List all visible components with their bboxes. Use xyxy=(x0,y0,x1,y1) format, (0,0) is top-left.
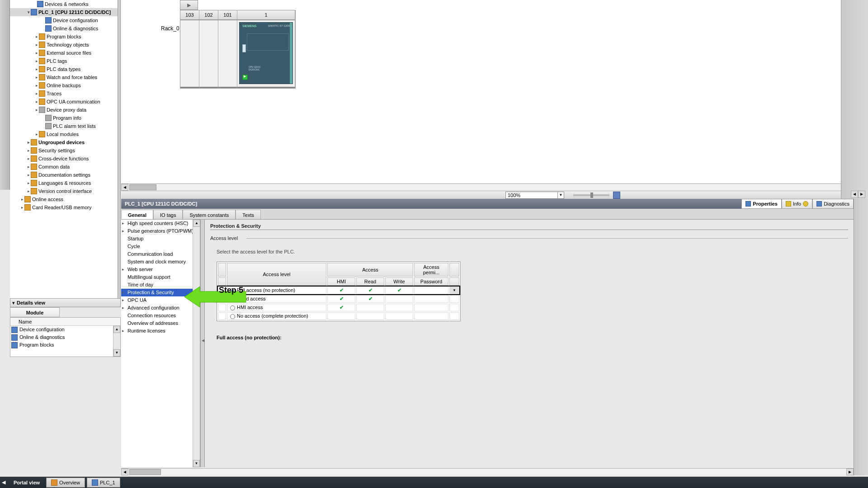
prop-nav-item[interactable]: Cycle xyxy=(121,243,200,250)
prop-nav-item[interactable]: Multilingual support xyxy=(121,273,200,281)
tree-item[interactable]: ▸Online access xyxy=(10,195,120,203)
prop-nav-item[interactable]: System and clock memory xyxy=(121,258,200,266)
radio-button[interactable] xyxy=(230,305,235,310)
rack-slot[interactable]: SIEMENS SIMATIC S7-1200 CPU 1211CDC/DC/D… xyxy=(237,20,295,88)
right-collapsed-panel-bottom[interactable] xyxy=(854,199,868,475)
tree-item[interactable]: Online & diagnostics xyxy=(10,24,120,33)
tree-item[interactable]: ▸Documentation settings xyxy=(10,171,120,179)
access-level-row[interactable]: Full access (no protection)✔✔✔▼ xyxy=(218,286,459,294)
rack-slot[interactable] xyxy=(180,20,199,88)
left-collapsed-tab[interactable] xyxy=(0,0,10,190)
prop-nav-item[interactable]: Web server xyxy=(121,266,200,273)
overview-tab[interactable]: Overview xyxy=(46,478,85,488)
prop-nav-item[interactable]: Protection & Security xyxy=(121,289,200,296)
dropdown-icon[interactable]: ▼ xyxy=(557,192,564,198)
tree-item[interactable]: ▸External source files xyxy=(10,49,120,57)
right-collapsed-panel-top[interactable] xyxy=(841,0,868,199)
prop-nav-item[interactable]: Communication load xyxy=(121,250,200,258)
scroll-up-icon[interactable]: ▲ xyxy=(193,220,200,227)
zoom-fit-icon[interactable] xyxy=(613,192,620,199)
tree-item[interactable]: ▸PLC data types xyxy=(10,65,120,73)
tree-item[interactable]: ▸Security settings xyxy=(10,146,120,155)
subtab-texts[interactable]: Texts xyxy=(236,210,261,219)
scroll-left-icon[interactable]: ◀ xyxy=(121,184,128,191)
rack-slot[interactable] xyxy=(218,20,237,88)
tree-item[interactable]: ▸Technology objects xyxy=(10,41,120,49)
rack-slot[interactable] xyxy=(199,20,218,88)
details-row[interactable]: Device configuration xyxy=(10,326,120,333)
plc-module[interactable]: SIEMENS SIMATIC S7-1200 CPU 1211CDC/DC/D… xyxy=(239,22,293,84)
properties-nav-scrollbar[interactable]: ▲ ▼ xyxy=(193,220,200,467)
scroll-left-icon[interactable]: ◀ xyxy=(851,191,858,198)
properties-nav-collapse[interactable]: ◀ xyxy=(200,220,205,467)
tree-item[interactable]: ▸Watch and force tables xyxy=(10,73,120,81)
tree-item[interactable]: ▸OPC UA communication xyxy=(10,98,120,106)
tree-item[interactable]: ▸Device proxy data xyxy=(10,106,120,114)
tree-item[interactable]: Devices & networks xyxy=(10,0,120,8)
scroll-right-icon[interactable]: ▶ xyxy=(858,191,865,198)
slider-handle[interactable] xyxy=(590,192,593,198)
tree-item[interactable]: ▸Cross-device functions xyxy=(10,155,120,163)
access-level-row[interactable]: Read access✔✔ xyxy=(218,295,459,303)
access-level-row[interactable]: HMI access✔ xyxy=(218,304,459,311)
prop-nav-item[interactable]: Connection resources xyxy=(121,312,200,319)
radio-button[interactable] xyxy=(230,314,235,319)
device-view-canvas[interactable]: ▶ 1031021011 SIEMENS SIMATIC S7-1200 CPU… xyxy=(121,0,868,199)
details-scrollbar[interactable]: ▲ ▼ xyxy=(113,326,120,357)
tree-item[interactable]: ▸Common data xyxy=(10,163,120,171)
subtab-io-tags[interactable]: IO tags xyxy=(153,210,183,219)
details-view-header[interactable]: ▾ Details view xyxy=(10,298,121,307)
details-row[interactable]: Online & diagnostics xyxy=(10,333,120,341)
tree-resize-handle[interactable] xyxy=(118,0,121,298)
zoom-slider[interactable] xyxy=(573,194,609,196)
prop-nav-item[interactable]: Pulse generators (PTO/PWM) xyxy=(121,227,200,235)
details-row[interactable]: Program blocks xyxy=(10,341,120,349)
plc-editor-tab[interactable]: PLC_1 xyxy=(87,478,120,488)
tree-item[interactable]: PLC alarm text lists xyxy=(10,122,120,130)
tree-item[interactable]: ▸Online backups xyxy=(10,81,120,89)
subtab-system-constants[interactable]: System constants xyxy=(183,210,236,219)
portal-view-button[interactable]: Portal view xyxy=(9,478,44,488)
dropdown-icon[interactable]: ▼ xyxy=(449,286,459,294)
password-cell[interactable] xyxy=(414,304,448,311)
tree-item[interactable]: ▸Languages & resources xyxy=(10,179,120,187)
radio-button[interactable] xyxy=(230,297,235,302)
tree-item[interactable]: ▸Version control interface xyxy=(10,187,120,195)
scroll-down-icon[interactable]: ▼ xyxy=(113,349,120,357)
tree-item[interactable]: Program info xyxy=(10,114,120,122)
prop-nav-item[interactable]: OPC UA xyxy=(121,296,200,304)
scroll-down-icon[interactable]: ▼ xyxy=(193,460,200,467)
tree-item[interactable]: Device configuration xyxy=(10,16,120,24)
password-cell[interactable] xyxy=(414,295,448,303)
prop-nav-item[interactable]: Advanced configuration xyxy=(121,304,200,312)
prop-nav-item[interactable]: Startup xyxy=(121,235,200,243)
prop-nav-item[interactable]: Overview of addresses xyxy=(121,319,200,327)
properties-tab-diagnostics[interactable]: Diagnostics xyxy=(812,199,854,209)
rack-nav-button[interactable]: ▶ xyxy=(180,0,198,10)
properties-tab-info[interactable]: Info xyxy=(782,199,812,209)
tree-item[interactable]: ▸Local modules xyxy=(10,130,120,138)
password-cell[interactable] xyxy=(414,286,448,294)
tree-item[interactable]: ▸PLC tags xyxy=(10,57,120,65)
zoom-select[interactable]: 100% ▼ xyxy=(505,192,564,199)
properties-hscrollbar[interactable]: ◀ ▶ xyxy=(121,468,854,475)
scrollbar-thumb[interactable] xyxy=(129,184,156,190)
tree-item[interactable]: ▸Ungrouped devices xyxy=(10,138,120,146)
prop-nav-item[interactable]: Runtime licenses xyxy=(121,327,200,335)
access-level-row[interactable]: No access (complete protection) xyxy=(218,312,459,320)
tree-item[interactable]: ▸Traces xyxy=(10,89,120,98)
scroll-right-icon[interactable]: ▶ xyxy=(846,469,854,475)
rack-slot-header[interactable]: 1 xyxy=(237,10,295,19)
rack-slot-header[interactable]: 101 xyxy=(218,10,237,19)
scroll-left-icon[interactable]: ◀ xyxy=(121,469,128,475)
right-mini-hscroll[interactable]: ◀ ▶ xyxy=(851,191,868,198)
device-hscrollbar[interactable]: ◀ ▶ xyxy=(121,183,868,191)
module-tab[interactable]: Module xyxy=(10,307,60,317)
prop-nav-item[interactable]: Time of day xyxy=(121,281,200,289)
subtab-general[interactable]: General xyxy=(121,210,153,219)
password-cell[interactable] xyxy=(414,312,448,320)
properties-tab-properties[interactable]: Properties xyxy=(741,199,781,209)
radio-button[interactable] xyxy=(230,288,235,293)
rack-slot-header[interactable]: 103 xyxy=(180,10,199,19)
scroll-up-icon[interactable]: ▲ xyxy=(113,326,120,333)
